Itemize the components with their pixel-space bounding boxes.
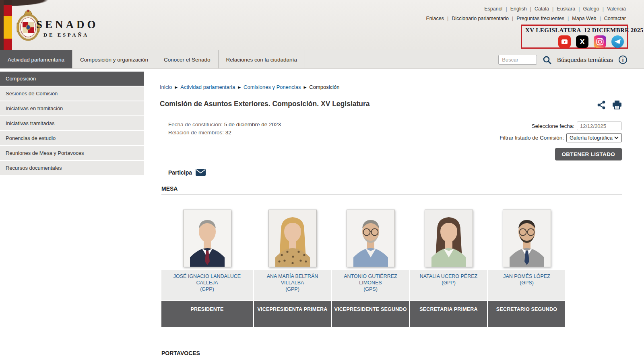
member-name-link[interactable]: ANTONIO GUTIÉRREZ LIMONES [334,273,407,286]
utility-link-contactar[interactable]: Contactar [604,16,626,21]
title-row: Comisión de Asuntos Exteriores. Composic… [160,100,622,116]
member-name-box: JAN POMÉS LÓPEZ(GPS) [488,270,565,300]
utility-link-diccionario-parlamentario[interactable]: Diccionario parlamentario [452,16,509,21]
member-name-link[interactable]: NATALIA UCERO PÉREZ [413,273,485,280]
member-name-link[interactable]: ANA MARÍA BELTRÁN VILLALBA [256,273,328,286]
breadcrumb-arrow-icon: ▶ [175,85,178,89]
print-icon[interactable] [612,101,622,111]
member-photo[interactable] [347,210,395,267]
meta-and-controls: Fecha de constitución: 5 de diciembre de… [160,121,622,160]
breadcrumb: Inicio▶Actividad parlamentaria▶Comisione… [160,84,622,90]
language-link-catala[interactable]: Català [535,6,549,12]
search-icon[interactable] [543,56,551,64]
member-role: VICEPRESIDENTA PRIMERA [254,306,331,312]
content-area: ComposiciónSesiones de ComisiónIniciativ… [0,69,644,362]
member-role-box: VICEPRESIDENTE SEGUNDO [332,301,409,327]
meta-value: 32 [225,130,231,136]
member-card-jan-pomes-lopez: JAN POMÉS LÓPEZ(GPS)SECRETARIO SEGUNDO [488,210,565,327]
member-name-link[interactable]: JOSÉ IGNACIO LANDALUCE CALLEJA [164,273,250,286]
tab-actividad-parlamentaria[interactable]: Actividad parlamentaria [0,50,72,68]
member-photo[interactable] [268,210,317,267]
tab-relaciones-con-la-ciudadania[interactable]: Relaciones con la ciudadanía [219,50,305,68]
brand[interactable]: SENADO DE ESPAÑA [36,19,99,38]
nav-tabs: Actividad parlamentariaComposición y org… [0,50,305,68]
meta-label: Relación de miembros: [168,130,225,136]
utility-link-preguntas-frecuentes[interactable]: Preguntas frecuentes [516,16,564,21]
breadcrumb-link-comisiones-y-ponencias[interactable]: Comisiones y Ponencias [244,84,301,90]
brand-subtitle: DE ESPAÑA [43,32,99,38]
meta-line: Relación de miembros: 32 [168,130,281,136]
utility-link-mapa-web[interactable]: Mapa Web [572,16,596,21]
member-photo[interactable] [183,210,231,267]
telegram-icon[interactable] [611,35,624,48]
member-name-box: ANA MARÍA BELTRÁN VILLALBA(GPP) [254,270,331,300]
sidebar-item-recursos-documentales[interactable]: Recursos documentales [0,161,144,175]
brand-title: SENADO [36,19,99,31]
x-icon[interactable]: X [576,35,588,48]
member-photo[interactable] [425,210,473,267]
separator: | [603,6,604,12]
youtube-icon[interactable] [558,35,571,48]
date-input[interactable] [577,121,622,130]
member-party: (GPS) [334,286,407,292]
separator: | [506,6,507,12]
breadcrumb-current: Composición [309,84,339,90]
member-name-box: NATALIA UCERO PÉREZ(GPP) [410,270,487,300]
member-photo[interactable] [503,210,551,267]
share-icon[interactable] [597,101,606,111]
spain-flag-decoration [0,0,12,50]
participa-row: Participa [168,169,622,176]
utility-link-enlaces[interactable]: Enlaces [426,16,444,21]
member-party: (GPP) [256,286,328,292]
separator: | [530,6,531,12]
obtener-listado-button[interactable]: OBTENER LISTADO [555,148,622,160]
separator: | [578,6,580,12]
member-role: SECRETARIA PRIMERA [410,306,487,312]
member-card-jose-ignacio-landaluce-calleja: JOSÉ IGNACIO LANDALUCE CALLEJA(GPP)PRESI… [161,210,253,327]
site-header: SENADO DE ESPAÑA Español|English|Català|… [0,0,644,50]
sidebar-item-ponencias-de-estudio[interactable]: Ponencias de estudio [0,131,144,145]
sidebar-item-composicion[interactable]: Composición [0,72,144,86]
member-role: SECRETARIO SEGUNDO [488,306,565,312]
separator: | [512,16,513,21]
info-icon[interactable]: i [619,56,627,64]
filter-label: Filtrar listado de Comisión: [500,135,564,141]
breadcrumb-link-inicio[interactable]: Inicio [160,84,172,90]
mesa-section: MESA JOSÉ IGNACIO LANDALUCE CALLEJA(GPP)… [160,185,622,327]
legislature-date: 12 DICIEMBRE 2025 [584,27,644,33]
filter-select-value: Galería fotográfica [570,135,613,141]
sidebar-item-sesiones-de-comision[interactable]: Sesiones de Comisión [0,86,144,101]
mail-icon[interactable] [196,169,206,176]
member-role: VICEPRESIDENTE SEGUNDO [332,306,409,312]
social-icons: X [558,35,624,48]
tab-composicion-y-organizacion[interactable]: Composición y organización [72,50,156,68]
member-role: PRESIDENTE [161,306,253,312]
separator: | [447,16,448,21]
date-label: Seleccione fecha: [531,123,574,129]
meta-line: Fecha de constitución: 5 de diciembre de… [168,121,281,128]
member-card-antonio-gutierrez-limones: ANTONIO GUTIÉRREZ LIMONES(GPS)VICEPRESID… [332,210,409,327]
separator: | [568,16,569,21]
legislature-banner: XV LEGISLATURA12 DICIEMBRE 2025 X [521,25,628,49]
search-input[interactable] [498,55,537,65]
filter-select[interactable]: Galería fotográfica [566,133,622,142]
member-name-link[interactable]: JAN POMÉS LÓPEZ [491,273,563,280]
language-link-galego[interactable]: Galego [583,6,599,12]
breadcrumb-link-actividad-parlamentaria[interactable]: Actividad parlamentaria [180,84,235,90]
language-link-euskara[interactable]: Euskara [557,6,575,12]
member-role-box: SECRETARIO SEGUNDO [488,301,565,327]
sidebar-item-reuniones-de-mesa-y-portavoces[interactable]: Reuniones de Mesa y Portavoces [0,146,144,160]
sidebar-item-iniciativas-en-tramitacion[interactable]: Iniciativas en tramitación [0,101,144,115]
language-link-english[interactable]: English [510,6,527,12]
thematic-search-link[interactable]: Búsquedas temáticas [557,57,613,63]
language-link-espanol[interactable]: Español [484,6,502,12]
language-link-valencia[interactable]: Valencià [607,6,626,12]
member-role-box: PRESIDENTE [161,301,253,327]
sidebar-item-iniciativas-tramitadas[interactable]: Iniciativas tramitadas [0,116,144,130]
meta-label: Fecha de constitución: [168,121,224,128]
member-card-ana-maria-beltran-villalba: ANA MARÍA BELTRÁN VILLALBA(GPP)VICEPRESI… [254,210,331,327]
member-role-box: SECRETARIA PRIMERA [410,301,487,327]
instagram-icon[interactable] [594,35,606,48]
separator: | [552,6,553,12]
tab-conocer-el-senado[interactable]: Conocer el Senado [156,50,219,68]
